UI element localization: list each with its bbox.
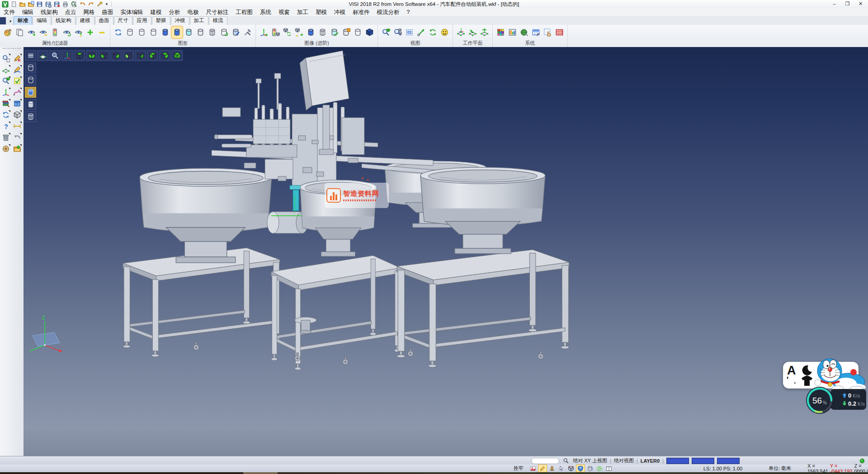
plane-move-icon[interactable] [479,26,490,38]
copy-pages-icon[interactable] [14,26,25,38]
cylinder-cyan-icon[interactable] [183,26,194,38]
cube-left-icon[interactable] [98,50,109,61]
menu-item-12[interactable]: 系统 [256,8,275,16]
traffic-cubes-icon[interactable] [270,26,281,38]
zoom-cube-icon[interactable] [380,26,392,38]
hand-select-icon[interactable] [542,26,553,38]
cube-gray-icon[interactable] [12,110,22,120]
refresh-circle-icon[interactable] [595,465,604,472]
window-blue-icon[interactable] [12,99,22,109]
pencil-edit-icon[interactable] [538,465,547,472]
cylinder-wire-icon[interactable] [124,26,136,38]
plane-axes-icon[interactable] [455,26,467,38]
cylinder-wire-icon[interactable] [352,26,363,38]
tab-4[interactable]: 曲面 [95,16,113,25]
menu-item-8[interactable]: 分析 [165,8,184,16]
window-split-icon[interactable] [605,465,613,472]
menu-item-5[interactable]: 曲面 [99,8,117,16]
image-red-icon[interactable] [529,465,537,472]
eye-refresh-icon[interactable] [61,26,72,38]
zoom-window-icon[interactable] [404,26,415,38]
vp-cyl-pale-icon[interactable] [25,99,36,110]
print-preview-icon[interactable] [70,0,78,8]
vp-menu-icon[interactable] [25,50,36,61]
cube-back-icon[interactable] [135,50,146,61]
globe-tools-icon[interactable] [519,26,530,38]
vp-cyl-hatch-icon[interactable] [25,111,36,122]
compass-icon[interactable] [0,144,11,154]
undo-gray-icon[interactable] [12,133,22,142]
line-color-swatch[interactable] [692,458,714,464]
pencil-curve-icon[interactable] [12,65,22,75]
pen-color-swatch[interactable] [717,458,740,464]
cubes-refresh-icon[interactable] [282,26,293,38]
menu-item-0[interactable]: 文件 [0,8,19,16]
plane-arrow-icon[interactable] [467,26,478,38]
menu-item-16[interactable]: 冲模 [330,8,349,16]
tools-icon[interactable] [242,26,253,38]
color-grid-icon[interactable] [495,26,506,38]
close-button[interactable]: ✕ [854,0,867,8]
vp-cyl-blue-icon[interactable] [25,87,36,98]
menu-item-6[interactable]: 实体编辑 [117,8,147,16]
plane-corners-icon[interactable] [0,65,11,75]
undo-icon[interactable] [79,0,86,8]
cube-bottom-icon[interactable] [86,50,97,61]
menu-item-17[interactable]: 标准件 [349,8,373,16]
ucs-axes-icon[interactable] [0,87,11,97]
menu-item-14[interactable]: 加工 [293,8,312,16]
new-file-icon[interactable] [10,0,18,8]
cube-corner-icon[interactable] [147,50,158,61]
cylinder-wire-icon[interactable] [136,26,147,38]
minus-icon[interactable] [96,26,108,38]
cylinder-blue-icon[interactable] [171,26,183,38]
cylinder-blue-icon[interactable] [160,26,171,38]
trash-icon[interactable] [0,133,11,142]
eye-remove-icon[interactable] [38,26,49,38]
tab-dropdown-icon[interactable]: ▾ [7,18,14,25]
menu-item-2[interactable]: 线架构 [37,8,61,16]
tab-1[interactable]: 编辑 [33,16,51,25]
stamp-icon[interactable] [548,465,556,472]
curve-n-icon[interactable] [12,87,22,97]
table-tools-icon[interactable] [530,26,542,38]
pencil-x-icon[interactable] [12,53,22,63]
cylinder-pale-icon[interactable] [195,26,206,38]
palette-brush-icon[interactable] [2,26,14,38]
import-file-icon[interactable] [27,0,35,8]
tab-6[interactable]: 应用 [133,16,151,25]
maximize-button[interactable]: ❐ [841,0,854,8]
cube-motion-icon[interactable] [567,465,575,472]
axes-add-icon[interactable] [258,26,269,38]
memory-gauge[interactable]: 56 % [805,385,835,415]
tab-2[interactable]: 线架构 [52,16,75,25]
cylinder-export-icon[interactable] [340,26,352,38]
save-copy-icon[interactable] [53,0,61,8]
cylinder-list-icon[interactable] [586,465,594,472]
active-layer-label[interactable]: LAYER0 [641,458,660,464]
menu-item-1[interactable]: 编辑 [19,8,37,16]
menu-item-11[interactable]: 工程图 [232,8,257,16]
vp-axes-icon[interactable] [61,50,73,61]
menu-item-10[interactable]: 尺寸标注 [203,8,232,16]
minimize-button[interactable]: – [828,0,841,8]
tab-7[interactable]: 塑膜 [152,16,170,25]
eye-add-icon[interactable] [26,26,37,38]
cube-navy-icon[interactable] [364,26,375,38]
cylinder-wire-icon[interactable] [148,26,159,38]
absolute-view-label[interactable]: 绝对视图 [614,457,634,464]
pointer-help-icon[interactable] [557,465,566,472]
customize-icon[interactable] [96,0,104,8]
orbit-eye-icon[interactable] [439,26,450,38]
menu-item-19[interactable]: ? [403,8,414,16]
tab-10[interactable]: 模流 [209,16,227,25]
visi-logo-icon[interactable] [1,0,9,8]
tab-0[interactable]: 标准 [14,16,32,25]
measure-icon[interactable] [12,121,22,131]
tab-9[interactable]: 加工 [190,16,208,25]
zoom-cube-icon[interactable] [0,76,11,86]
quick-search-input[interactable] [531,458,559,464]
cylinder-refresh-icon[interactable] [218,26,230,38]
vp-zoom-icon[interactable] [49,50,61,61]
check-box-icon[interactable] [12,76,22,86]
